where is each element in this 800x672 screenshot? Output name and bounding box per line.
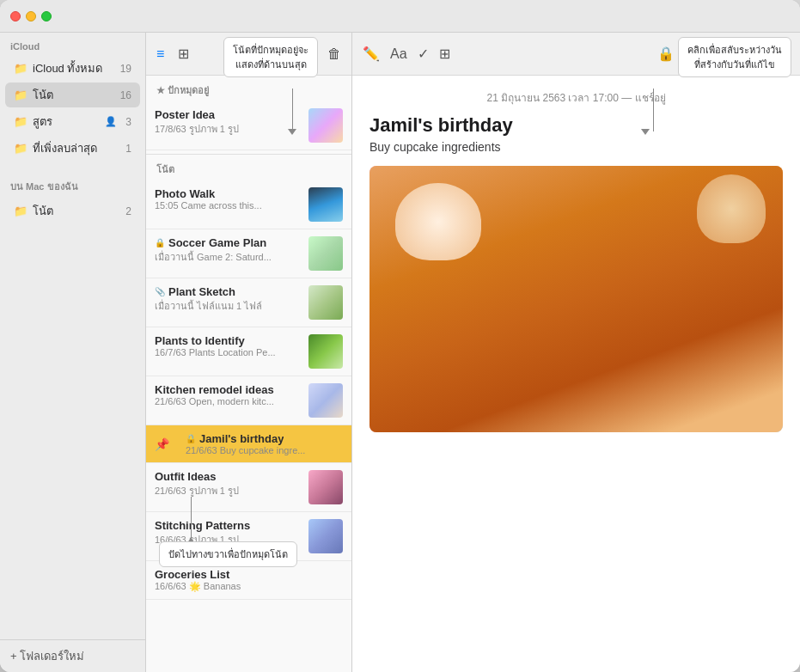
- sidebar-bottom: + โฟลเดอร์ใหม่: [0, 639, 145, 672]
- traffic-lights: [10, 11, 52, 21]
- main-window: โน้ตที่ปักหมุดอยู่จะ แสดงที่ด้านบนสุด คล…: [0, 0, 800, 672]
- sidebar-mac-label: บน Mac ของฉัน: [0, 170, 145, 198]
- people-icon[interactable]: 👤: [728, 46, 745, 62]
- sidebar-item-count: 19: [120, 63, 131, 75]
- delete-button[interactable]: 🗑: [327, 46, 341, 62]
- notes-section-label: โน้ต: [146, 155, 351, 180]
- note-meta: เมื่อวานนี้ ไฟล์แนม 1 ไฟล์: [155, 298, 302, 314]
- note-thumbnail: [308, 334, 343, 369]
- cupcake-image: [369, 166, 783, 432]
- media-icon[interactable]: 🖼: [704, 46, 718, 62]
- sidebar-item-label: ที่เพิ่งลบล่าสุด: [33, 139, 120, 157]
- note-item-outfit[interactable]: Outfit Ideas 21/6/63 รูปภาพ 1 รูป: [146, 463, 351, 512]
- note-item-kitchen[interactable]: Kitchen remodel ideas 21/6/63 Open, mode…: [146, 376, 351, 425]
- detail-meta: 21 มิถุนายน 2563 เวลา 17:00 — แชร์อยู่: [369, 89, 783, 106]
- pinned-section: ★ ปักหมุดอยู่ Poster Idea 17/8/63 รูปภาพ…: [146, 76, 351, 155]
- note-meta: 21/6/63 Open, modern kitc...: [155, 396, 302, 406]
- detail-toolbar: ✏️ Aa ✓ ⊞ 🔒 ▾ 🖼 👤 ↑ 🔍: [352, 33, 800, 76]
- folder-icon: 📁: [14, 142, 27, 156]
- pin-indicator[interactable]: 📌: [146, 425, 177, 462]
- note-item-plant-sketch[interactable]: 📎 Plant Sketch เมื่อวานนี้ ไฟล์แนม 1 ไฟล…: [146, 278, 351, 327]
- grid-view-button[interactable]: ⊞: [178, 46, 189, 62]
- detail-image: [369, 166, 783, 432]
- note-thumbnail: [308, 519, 343, 553]
- detail-subtitle: Buy cupcake ingredients: [369, 140, 783, 154]
- sidebar-item-mac-notes[interactable]: 📁 โน้ต 2: [5, 199, 140, 223]
- note-title: Plant Sketch: [168, 285, 235, 298]
- sidebar-item-label: โน้ต: [33, 86, 115, 104]
- note-meta: 16/6/63 🌟 Bananas: [155, 581, 343, 592]
- note-meta: เมื่อวานนี้ Game 2: Saturd...: [155, 249, 302, 265]
- note-meta: 21/6/63 รูปภาพ 1 รูป: [155, 483, 302, 498]
- attachment-icon: 📎: [155, 287, 165, 296]
- minimize-button[interactable]: [26, 11, 36, 21]
- sidebar: iCloud 📁 iCloud ทั้งหมด 19 📁 โน้ต 16 📁 ส…: [0, 33, 146, 672]
- detail-title: Jamil's birthday: [369, 114, 783, 137]
- note-item-jamils-birthday[interactable]: 🔒 Jamil's birthday 21/6/63 Buy cupcake i…: [177, 425, 351, 462]
- note-item-groceries[interactable]: Groceries List 16/6/63 🌟 Bananas: [146, 561, 351, 600]
- share-icon[interactable]: ↑: [755, 46, 762, 62]
- sidebar-icloud-label: iCloud: [0, 33, 145, 55]
- checkmark-icon[interactable]: ✓: [418, 46, 429, 62]
- note-meta: 15:05 Came across this...: [155, 200, 302, 211]
- note-thumbnail: [308, 470, 343, 504]
- lock-chevron[interactable]: ▾: [687, 48, 692, 60]
- new-folder-label: + โฟลเดอร์ใหม่: [10, 647, 84, 665]
- note-item-soccer[interactable]: 🔒 Soccer Game Plan เมื่อวานนี้ Game 2: S…: [146, 229, 351, 278]
- shared-icon: 👤: [105, 116, 117, 127]
- note-item-plants-identify[interactable]: Plants to Identify 16/7/63 Plants Locati…: [146, 327, 351, 376]
- note-meta: 21/6/63 Buy cupcake ingre...: [186, 445, 343, 455]
- new-folder-button[interactable]: + โฟลเดอร์ใหม่: [10, 647, 135, 665]
- note-title: Jamil's birthday: [199, 432, 284, 445]
- main-layout: iCloud 📁 iCloud ทั้งหมด 19 📁 โน้ต 16 📁 ส…: [0, 33, 800, 672]
- close-button[interactable]: [10, 11, 21, 21]
- sidebar-item-count: 1: [125, 143, 131, 155]
- notes-toolbar: ≡ ⊞ 🗑: [146, 33, 351, 76]
- note-thumbnail: [308, 285, 343, 320]
- note-thumbnail: [308, 108, 343, 143]
- maximize-button[interactable]: [41, 11, 52, 21]
- note-item-photo-walk[interactable]: Photo Walk 15:05 Came across this...: [146, 180, 351, 229]
- note-title: Groceries List: [155, 568, 343, 581]
- sidebar-item-count: 16: [120, 89, 131, 101]
- folder-icon: 📁: [14, 89, 27, 102]
- note-title: Kitchen remodel ideas: [155, 383, 302, 396]
- titlebar: [0, 0, 800, 33]
- search-icon[interactable]: 🔍: [773, 46, 790, 62]
- lock-icon: 🔒: [186, 434, 196, 443]
- note-item-poster-idea[interactable]: Poster Idea 17/8/63 รูปภาพ 1 รูป: [146, 101, 351, 150]
- note-detail: ✏️ Aa ✓ ⊞ 🔒 ▾ 🖼 👤 ↑ 🔍 21 มิถุนายน 2563 เ…: [352, 33, 800, 672]
- lock-icon[interactable]: 🔒: [657, 46, 675, 62]
- note-title: Outfit Ideas: [155, 470, 302, 483]
- compose-icon[interactable]: ✏️: [363, 46, 380, 62]
- sidebar-item-recipes[interactable]: 📁 สูตร 👤 3: [5, 109, 140, 134]
- sidebar-item-count: 3: [125, 116, 131, 128]
- note-thumbnail: [308, 236, 343, 271]
- folder-icon: 📁: [14, 62, 27, 76]
- table-icon[interactable]: ⊞: [439, 46, 450, 62]
- detail-content: 21 มิถุนายน 2563 เวลา 17:00 — แชร์อยู่ J…: [352, 76, 800, 672]
- notes-list: ≡ ⊞ 🗑 ★ ปักหมุดอยู่ Poster Idea 17/8/63 …: [146, 33, 352, 672]
- list-view-button[interactable]: ≡: [156, 46, 164, 62]
- note-title: Photo Walk: [155, 187, 302, 200]
- sidebar-item-notes[interactable]: 📁 โน้ต 16: [5, 82, 140, 107]
- note-item-jamils-birthday-row[interactable]: 📌 🔒 Jamil's birthday 21/6/63 Buy cupcake…: [146, 425, 351, 463]
- sidebar-item-all-icloud[interactable]: 📁 iCloud ทั้งหมด 19: [5, 56, 140, 81]
- sidebar-item-recently-deleted[interactable]: 📁 ที่เพิ่งลบล่าสุด 1: [5, 136, 140, 161]
- note-meta: 16/7/63 Plants Location Pe...: [155, 347, 302, 357]
- folder-icon: 📁: [14, 115, 27, 129]
- note-title: Soccer Game Plan: [168, 236, 266, 249]
- note-title: Plants to Identify: [155, 334, 302, 347]
- pinned-label: ★ ปักหมุดอยู่: [146, 76, 351, 101]
- note-item-stitching[interactable]: Stitching Patterns 16/6/63 รูปภาพ 1 รูป: [146, 512, 351, 561]
- lock-icon: 🔒: [155, 238, 165, 247]
- sidebar-item-count: 2: [125, 205, 131, 217]
- format-icon[interactable]: Aa: [390, 46, 407, 62]
- note-meta: 17/8/63 รูปภาพ 1 รูป: [155, 121, 302, 137]
- sidebar-item-label: iCloud ทั้งหมด: [33, 59, 115, 77]
- notes-list-scroll[interactable]: ★ ปักหมุดอยู่ Poster Idea 17/8/63 รูปภาพ…: [146, 76, 351, 672]
- sidebar-item-label: สูตร: [33, 113, 100, 131]
- note-title: Poster Idea: [155, 108, 302, 121]
- note-meta: 16/6/63 รูปภาพ 1 รูป: [155, 532, 302, 547]
- sidebar-item-label: โน้ต: [33, 202, 120, 220]
